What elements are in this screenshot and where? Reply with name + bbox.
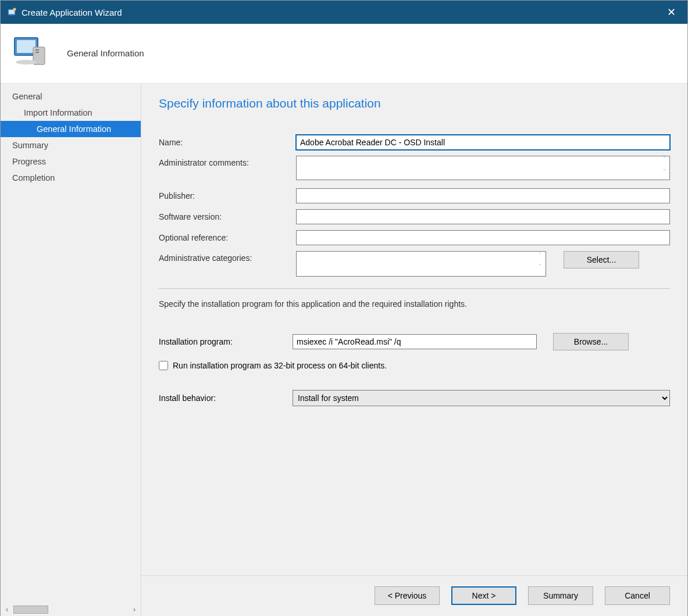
sidebar-horizontal-scrollbar[interactable]: ‹ › [1, 603, 141, 616]
label-name: Name: [159, 138, 293, 147]
sidebar-item-import-information[interactable]: Import Information [1, 105, 141, 121]
svg-point-8 [16, 60, 37, 65]
run-32bit-row[interactable]: Run installation program as 32-bit proce… [159, 361, 670, 370]
software-version-input[interactable] [296, 209, 670, 224]
cancel-button[interactable]: Cancel [605, 586, 670, 605]
divider [159, 288, 670, 289]
chevron-down-icon[interactable]: ˅ [660, 169, 669, 182]
label-optional-reference: Optional reference: [159, 233, 293, 242]
label-publisher: Publisher: [159, 191, 293, 200]
chevron-up-icon[interactable]: ˄ [535, 252, 544, 264]
optional-reference-input[interactable] [296, 230, 670, 245]
scroll-left-icon[interactable]: ‹ [3, 606, 11, 614]
svg-rect-7 [35, 52, 39, 53]
main-panel: Specify information about this applicati… [141, 84, 687, 616]
label-install-behavior: Install behavior: [159, 393, 289, 403]
sidebar-item-progress[interactable]: Progress [1, 153, 141, 170]
close-icon[interactable]: ✕ [662, 3, 680, 21]
scrollbar-thumb[interactable] [13, 606, 48, 614]
next-button[interactable]: Next > [451, 586, 516, 605]
chevron-down-icon[interactable]: ˅ [535, 264, 544, 275]
admin-comments-input[interactable] [296, 156, 670, 180]
label-admin-comments: Administrator comments: [159, 156, 293, 167]
run-32bit-checkbox[interactable] [159, 361, 168, 370]
computer-icon [12, 34, 49, 71]
sidebar-item-summary[interactable]: Summary [1, 137, 141, 153]
summary-button[interactable]: Summary [528, 586, 593, 605]
svg-point-2 [13, 8, 16, 11]
main-heading: Specify information about this applicati… [159, 96, 670, 110]
svg-rect-4 [17, 40, 35, 53]
wizard-footer: < Previous Next > Summary Cancel [141, 575, 687, 615]
select-categories-button[interactable]: Select... [564, 251, 639, 268]
run-32bit-label: Run installation program as 32-bit proce… [173, 361, 387, 370]
admin-categories-list[interactable]: ˄ ˅ [296, 251, 546, 277]
sidebar-item-general[interactable]: General [1, 88, 141, 105]
install-note-text: Specify the installation program for thi… [159, 299, 670, 309]
sidebar-item-general-information[interactable]: General Information [1, 121, 141, 137]
wizard-sidebar: GeneralImport InformationGeneral Informa… [1, 84, 141, 616]
sidebar-item-completion[interactable]: Completion [1, 170, 141, 186]
label-software-version: Software version: [159, 212, 293, 221]
publisher-input[interactable] [296, 188, 670, 203]
install-behavior-select[interactable]: Install for systemInstall for userInstal… [293, 390, 670, 406]
titlebar: Create Application Wizard ✕ [1, 1, 687, 24]
install-program-input[interactable] [293, 334, 537, 349]
chevron-up-icon[interactable]: ˄ [660, 156, 669, 169]
page-title: General Information [67, 48, 144, 58]
label-install-program: Installation program: [159, 337, 289, 346]
label-admin-categories: Administrative categories: [159, 251, 293, 263]
window-title: Create Application Wizard [22, 8, 122, 17]
wizard-app-icon [8, 8, 17, 17]
svg-rect-6 [35, 49, 39, 51]
previous-button[interactable]: < Previous [375, 586, 440, 605]
scroll-right-icon[interactable]: › [130, 606, 138, 614]
page-header: General Information [1, 24, 687, 84]
browse-button[interactable]: Browse... [553, 333, 629, 350]
name-input[interactable] [296, 135, 670, 150]
svg-rect-1 [9, 10, 15, 14]
